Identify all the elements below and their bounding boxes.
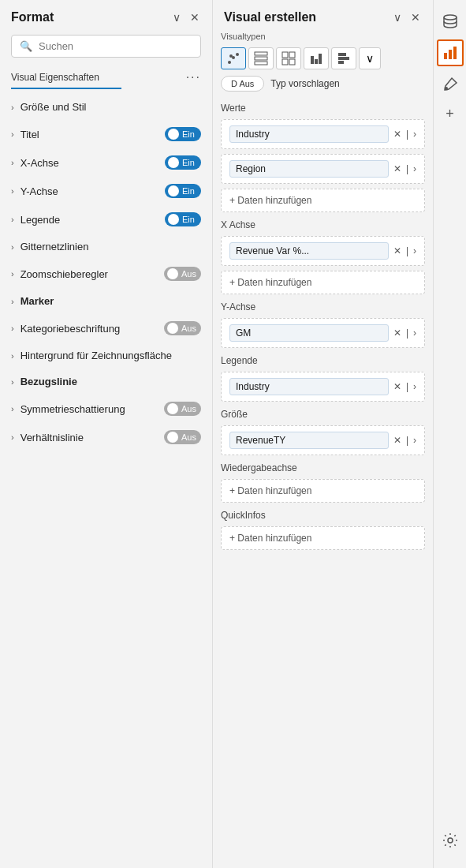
visual-types-label: Visualtypen — [213, 32, 433, 44]
arrow-right-icon[interactable]: › — [413, 129, 416, 140]
format-item-legende[interactable]: › Legende Ein — [0, 205, 212, 234]
add-visual-btn[interactable]: + — [445, 106, 454, 122]
format-title: Format — [11, 10, 54, 24]
format-item-xachse[interactable]: › X-Achse Ein — [0, 148, 212, 177]
format-item-gitternetzlinien[interactable]: › Gitternetzlinien — [0, 234, 212, 260]
add-data-quickinfos-btn[interactable]: + Daten hinzufügen — [222, 527, 424, 549]
visual-type-bar[interactable] — [304, 47, 329, 69]
format-item-grosse-stil[interactable]: › Größe und Stil — [0, 94, 212, 120]
visual-panel-title: Visual erstellen — [224, 10, 316, 24]
more-options-icon[interactable]: ··· — [186, 70, 201, 84]
field-box-xachse: Revenue Var %... ✕ | › — [221, 236, 425, 266]
format-item-yachse[interactable]: › Y-Achse Ein — [0, 177, 212, 205]
remove-xachse-icon[interactable]: ✕ — [393, 245, 401, 256]
format-item-verhaeltnis[interactable]: › Verhältnislinie Aus — [0, 423, 212, 451]
field-tag-xachse: Revenue Var %... ✕ | › — [222, 237, 424, 265]
chart-icon-btn[interactable] — [437, 39, 464, 66]
suggest-row: D Aus Typ vorschlagen — [213, 73, 433, 98]
visual-type-dropdown[interactable]: ∨ — [359, 47, 381, 69]
chevron-right-icon: › — [11, 242, 14, 252]
format-item-kategorie[interactable]: › Kategoriebeschriftung Aus — [0, 314, 212, 342]
pipe-separator: | — [406, 327, 408, 339]
svg-point-0 — [228, 61, 231, 64]
format-item-zoom[interactable]: › Zoomschieberegler Aus — [0, 260, 212, 288]
pipe-separator: | — [406, 381, 408, 392]
svg-rect-5 — [255, 57, 267, 60]
arrow-right-yachse-icon[interactable]: › — [413, 327, 416, 339]
section-title-xachse: X Achse — [213, 215, 433, 234]
format-item-hintergrund[interactable]: › Hintergrund für Zeichnungsfläche — [0, 342, 212, 369]
arrow-right-grosse-icon[interactable]: › — [413, 435, 416, 446]
remove-icon[interactable]: ✕ — [393, 129, 401, 140]
field-tag-yachse: GM ✕ | › — [222, 319, 424, 347]
chevron-right-icon: › — [11, 351, 14, 361]
visual-type-scatter[interactable] — [221, 47, 246, 69]
svg-rect-6 — [255, 62, 267, 65]
field-tag-icons-legende: ✕ | › — [393, 381, 416, 392]
chevron-right-icon: › — [11, 324, 14, 333]
suggest-label[interactable]: Typ vorschlagen — [270, 78, 339, 89]
format-close-btn[interactable]: ✕ — [188, 9, 201, 25]
remove-yachse-icon[interactable]: ✕ — [393, 327, 401, 339]
format-item-titel[interactable]: › Titel Ein — [0, 120, 212, 148]
format-item-marker[interactable]: › Marker — [0, 288, 212, 314]
arrow-right-legende-icon[interactable]: › — [413, 381, 416, 392]
add-data-xachse-btn[interactable]: + Daten hinzufügen — [222, 271, 424, 294]
database-icon-btn[interactable] — [437, 8, 464, 35]
toggle-yachse[interactable]: Ein — [165, 184, 201, 198]
svg-rect-7 — [282, 52, 288, 58]
svg-point-22 — [448, 838, 453, 843]
add-data-werte-btn[interactable]: + Daten hinzufügen — [222, 189, 424, 211]
section-title-wiedergabe: Wiedergabeachse — [213, 458, 433, 477]
toggle-titel[interactable]: Ein — [165, 127, 201, 141]
svg-rect-8 — [289, 52, 295, 58]
search-icon: 🔍 — [20, 40, 32, 52]
format-collapse-btn[interactable]: ∨ — [171, 9, 182, 25]
field-tag-region: Region ✕ | › — [222, 155, 424, 183]
field-xachse-label: Revenue Var %... — [229, 242, 389, 260]
format-item-symmetrie[interactable]: › Symmetrieschattierung Aus — [0, 395, 212, 423]
svg-point-21 — [445, 87, 448, 90]
underline-bar — [11, 88, 121, 89]
remove-region-icon[interactable]: ✕ — [393, 163, 401, 174]
chevron-right-icon: › — [11, 158, 14, 167]
arrow-right-xachse-icon[interactable]: › — [413, 245, 416, 256]
remove-grosse-icon[interactable]: ✕ — [393, 435, 401, 446]
toggle-verhaeltnis[interactable]: Aus — [164, 430, 201, 444]
remove-legende-icon[interactable]: ✕ — [393, 381, 401, 392]
svg-rect-19 — [449, 50, 452, 59]
visual-type-table[interactable] — [248, 47, 274, 69]
suggest-toggle-btn[interactable]: D Aus — [221, 76, 264, 92]
brush-icon-btn[interactable] — [437, 71, 464, 98]
visual-type-bar2[interactable] — [331, 47, 356, 69]
settings-icon-btn[interactable] — [437, 827, 464, 854]
format-item-bezugslinie[interactable]: › Bezugslinie — [0, 369, 212, 395]
visual-collapse-btn[interactable]: ∨ — [392, 9, 403, 25]
visual-close-btn[interactable]: ✕ — [409, 9, 422, 25]
toggle-kategorie[interactable]: Aus — [164, 321, 201, 335]
pipe-separator: | — [406, 435, 408, 446]
toggle-symmetrie[interactable]: Aus — [164, 402, 201, 416]
search-box[interactable]: 🔍 — [11, 35, 201, 58]
toggle-zoom[interactable]: Aus — [164, 267, 201, 281]
field-tag-industry: Industry ✕ | › — [222, 120, 424, 148]
field-tag-icons: ✕ | › — [393, 129, 416, 140]
visual-type-matrix[interactable] — [276, 47, 301, 69]
search-input[interactable] — [39, 40, 192, 52]
visual-types-row: ∨ — [213, 44, 433, 73]
svg-rect-15 — [338, 57, 349, 60]
svg-point-3 — [229, 54, 233, 58]
chevron-right-icon: › — [11, 129, 14, 139]
toggle-xachse[interactable]: Ein — [165, 155, 201, 170]
field-box-legende: Industry ✕ | › — [221, 372, 425, 402]
field-industry-label: Industry — [229, 125, 389, 143]
svg-rect-9 — [282, 59, 288, 65]
chevron-right-icon: › — [11, 186, 14, 196]
svg-rect-20 — [453, 47, 457, 59]
section-title-werte: Werte — [213, 98, 433, 117]
arrow-right-region-icon[interactable]: › — [413, 163, 416, 174]
add-data-wiedergabe-btn[interactable]: + Daten hinzufügen — [222, 480, 424, 502]
format-header: Format ∨ ✕ — [0, 0, 212, 32]
visual-panel: Visual erstellen ∨ ✕ Visualtypen ∨ — [213, 0, 433, 868]
toggle-legende[interactable]: Ein — [165, 212, 201, 226]
